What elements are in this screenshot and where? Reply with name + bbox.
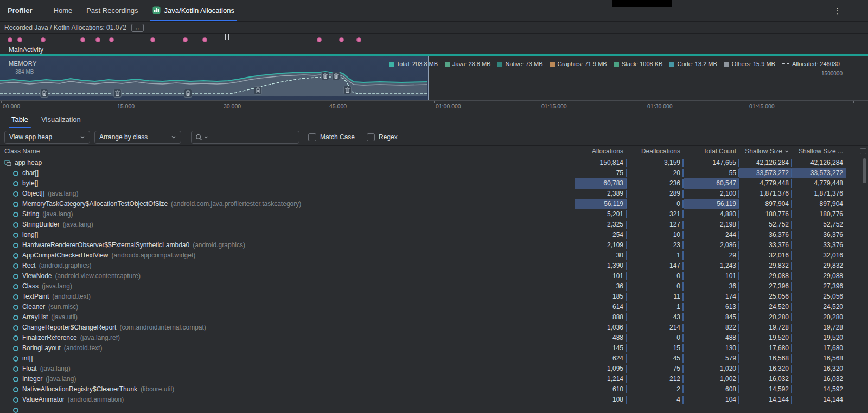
session-label: Recorded Java / Kotlin Allocations: 01.0… <box>4 24 126 31</box>
table-row[interactable]: String(java.lang)5,2013214,880180,776180… <box>0 209 868 220</box>
search-input[interactable] <box>210 133 295 141</box>
column-class-name[interactable]: Class Name <box>0 147 575 155</box>
tab-label: Past Recordings <box>86 7 138 15</box>
tab-past-recordings[interactable]: Past Recordings <box>79 0 145 21</box>
table-settings-icon[interactable] <box>860 148 866 154</box>
event-dot[interactable] <box>109 37 114 42</box>
cell-deallocations: 0 <box>627 271 684 281</box>
cell-total-count: 60,547 <box>684 178 739 189</box>
table-row[interactable]: MemoryTaskCategory$AllocationTestObjectO… <box>0 199 868 209</box>
selection-start-line[interactable] <box>227 34 227 100</box>
event-dot[interactable] <box>202 37 207 42</box>
cell-allocations: 610 <box>575 384 627 395</box>
column-deallocations[interactable]: Deallocations <box>627 147 684 155</box>
legend-label: Allocated: 246030 <box>792 61 840 67</box>
table-row[interactable]: FinalizerReference(java.lang.ref)4880488… <box>0 333 868 343</box>
event-dot[interactable] <box>17 37 22 42</box>
table-row[interactable]: char[]75205533,573,27233,573,272 <box>0 168 868 178</box>
search-history-chevron-icon[interactable] <box>204 135 208 139</box>
regex-option[interactable]: Regex <box>367 133 398 141</box>
minimize-icon[interactable]: — <box>852 7 860 16</box>
cell-total-count: 4,880 <box>684 209 739 220</box>
legend-item: Allocated: 246030 <box>782 61 840 67</box>
axis-label: 00.000 <box>3 103 20 109</box>
table-row[interactable]: Cleaner(sun.misc)614161324,52024,520 <box>0 302 868 312</box>
tab-label: Home <box>54 7 73 15</box>
regex-checkbox[interactable] <box>367 133 375 141</box>
event-dot[interactable] <box>95 37 100 42</box>
table-row[interactable]: ArrayList(java.util)8884384520,28020,280 <box>0 312 868 322</box>
table-row[interactable]: AppCompatCheckedTextView(androidx.appcom… <box>0 250 868 261</box>
cell-shallow-size-2: 29,088 <box>792 271 846 281</box>
cell-total-count: 2,198 <box>684 220 739 230</box>
cell-class-name: TextPaint(android.text) <box>0 292 575 302</box>
event-dot[interactable] <box>183 37 188 42</box>
table-row[interactable]: NativeAllocationRegistry$CleanerThunk(li… <box>0 384 868 395</box>
table-row[interactable]: ChangeReporter$ChangeReport(com.android.… <box>0 322 868 333</box>
event-dot[interactable] <box>356 37 361 42</box>
table-row[interactable]: TextPaint(android.text)1851117425,05625,… <box>0 292 868 302</box>
table-row[interactable]: StringBuilder(java.lang)2,3251272,19852,… <box>0 220 868 230</box>
column-shallow-size-2[interactable]: Shallow Size ... <box>792 147 846 155</box>
top-bar: Profiler HomePast RecordingsJava/Kotlin … <box>0 0 868 22</box>
table-row[interactable]: BoringLayout(android.text)1451513017,680… <box>0 343 868 353</box>
column-allocations[interactable]: Allocations <box>575 147 627 155</box>
package-text: (android.graphics) <box>39 261 92 271</box>
class-icon <box>12 180 19 187</box>
allocation-axis-max-label: 1500000 <box>821 70 843 76</box>
table-row[interactable]: Class(java.lang)3603627,39627,396 <box>0 281 868 292</box>
tab-java-kotlin-allocations[interactable]: Java/Kotlin Allocations <box>145 0 241 21</box>
table-row[interactable]: Integer(java.lang)1,2142121,00216,03216,… <box>0 374 868 384</box>
table-row[interactable]: app heap150,8143,159147,65542,126,28442,… <box>0 158 868 168</box>
memory-selection-region[interactable]: MEMORY 384 MB <box>0 56 429 100</box>
cell-shallow-size-2: 14,144 <box>792 395 846 405</box>
cell-shallow-size: 4,779,448 <box>739 178 792 189</box>
column-shallow-size[interactable]: Shallow Size <box>739 147 792 155</box>
event-dot[interactable] <box>41 37 46 42</box>
search-field[interactable] <box>191 131 299 144</box>
table-row[interactable]: byte[]60,78323660,5474,779,4484,779,448 <box>0 178 868 189</box>
view-tab-table[interactable]: Table <box>5 111 34 128</box>
table-row[interactable]: Object[](java.lang)2,3892892,1001,871,37… <box>0 189 868 199</box>
cell-total-count: 488 <box>684 333 739 343</box>
table-row[interactable]: Float(java.lang)1,095751,02016,32016,320 <box>0 364 868 374</box>
table-row[interactable]: long[]2541024436,37636,376 <box>0 230 868 240</box>
event-dot[interactable] <box>317 37 322 42</box>
cell-shallow-size-2: 897,904 <box>792 199 846 209</box>
legend-label: Native: 73 MB <box>505 61 542 67</box>
column-total-count[interactable]: Total Count <box>684 147 739 155</box>
scrollbar-thumb[interactable] <box>863 158 866 183</box>
table-toolbar: View app heap Arrange by class Match Cas… <box>0 129 868 145</box>
view-tab-visualization[interactable]: Visualization <box>35 111 87 128</box>
match-case-checkbox[interactable] <box>308 133 316 141</box>
event-dot[interactable] <box>8 37 12 42</box>
kebab-menu-icon[interactable]: ⋮ <box>833 6 841 16</box>
tab-home[interactable]: Home <box>47 0 80 21</box>
legend-label: Java: 28.8 MB <box>452 61 490 67</box>
package-text: (android.text) <box>52 292 91 302</box>
memory-chart[interactable] <box>0 56 429 100</box>
zoom-to-fit-icon[interactable]: ↔ <box>131 24 144 32</box>
legend-swatch <box>497 62 502 67</box>
event-dot[interactable] <box>339 37 344 42</box>
cell-allocations: 5,201 <box>575 209 627 220</box>
event-dot[interactable] <box>80 37 85 42</box>
event-dot[interactable] <box>150 37 155 42</box>
table-row[interactable]: ValueAnimator(android.animation)10841041… <box>0 395 868 405</box>
table-row[interactable]: int[]6244557916,56816,568 <box>0 353 868 364</box>
selection-handle[interactable] <box>225 34 229 40</box>
cell-allocations: 30 <box>575 250 627 261</box>
match-case-option[interactable]: Match Case <box>308 133 355 141</box>
class-icon <box>12 314 19 321</box>
table-row-partial[interactable] <box>0 405 868 413</box>
vertical-scrollbar[interactable] <box>861 158 867 411</box>
cell-shallow-size-2: 17,680 <box>792 343 846 353</box>
cell-total-count: 130 <box>684 343 739 353</box>
heap-select[interactable]: View app heap <box>4 131 90 144</box>
package-text: (java.lang) <box>42 281 72 292</box>
table-row[interactable]: HardwareRendererObserver$$ExternalSynthe… <box>0 240 868 250</box>
table-row[interactable]: ViewNode(android.view.contentcapture)101… <box>0 271 868 281</box>
cell-deallocations: 289 <box>627 189 684 199</box>
arrange-select[interactable]: Arrange by class <box>94 131 181 144</box>
table-row[interactable]: Rect(android.graphics)1,3901471,24329,83… <box>0 261 868 271</box>
